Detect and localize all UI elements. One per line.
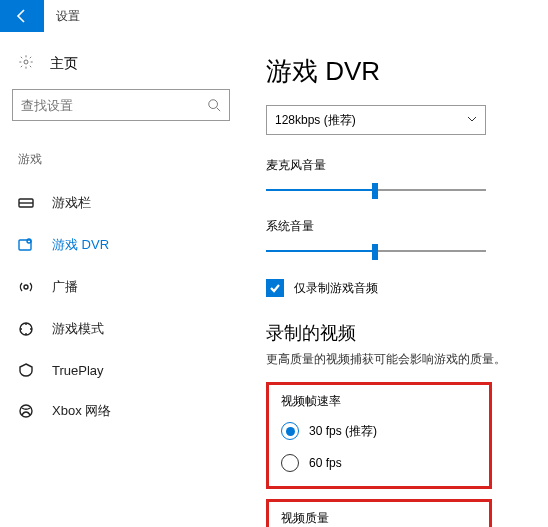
- nav-item-gamemode[interactable]: 游戏模式: [12, 308, 230, 350]
- radio-icon: [281, 454, 299, 472]
- mic-label: 麦克风音量: [266, 157, 524, 174]
- svg-point-5: [24, 285, 28, 289]
- main-content: 游戏 DVR 128kbps (推荐) 麦克风音量 系统音量 仅录制游戏音频 录…: [242, 32, 548, 527]
- dvr-icon: [18, 237, 34, 253]
- window-header: 设置: [0, 0, 548, 32]
- chevron-down-icon: [467, 113, 477, 127]
- mic-slider[interactable]: [266, 180, 486, 202]
- search-icon: [207, 98, 221, 112]
- fps-label: 视频帧速率: [281, 393, 477, 410]
- slider-thumb[interactable]: [372, 183, 378, 199]
- search-input[interactable]: [21, 98, 207, 113]
- checkbox-icon: [266, 279, 284, 297]
- fps-highlight-box: 视频帧速率 30 fps (推荐) 60 fps: [266, 382, 492, 489]
- svg-rect-3: [19, 240, 31, 250]
- nav-label: TruePlay: [52, 363, 104, 378]
- nav-list: 游戏栏 游戏 DVR 广播 游戏模式 TruePlay Xbox 网络: [12, 182, 230, 432]
- svg-point-0: [24, 60, 28, 64]
- slider-thumb[interactable]: [372, 244, 378, 260]
- svg-point-4: [27, 239, 31, 243]
- quality-label: 视频质量: [281, 510, 477, 527]
- broadcast-icon: [18, 279, 34, 295]
- slider-fill: [266, 250, 372, 252]
- nav-item-broadcast[interactable]: 广播: [12, 266, 230, 308]
- gamebar-icon: [18, 195, 34, 211]
- section-title: 录制的视频: [266, 321, 524, 345]
- header-title: 设置: [44, 8, 80, 25]
- nav-label: 游戏模式: [52, 320, 104, 338]
- back-arrow-icon: [14, 8, 30, 24]
- gear-icon: [18, 54, 34, 73]
- section-desc: 更高质量的视频捕获可能会影响游戏的质量。: [266, 351, 524, 368]
- home-link[interactable]: 主页: [12, 50, 230, 89]
- svg-point-1: [209, 100, 218, 109]
- radio-icon: [281, 422, 299, 440]
- quality-highlight-box: 视频质量 高: [266, 499, 492, 527]
- fps-option-60[interactable]: 60 fps: [281, 454, 477, 472]
- fps-option-label: 30 fps (推荐): [309, 423, 377, 440]
- bitrate-select[interactable]: 128kbps (推荐): [266, 105, 486, 135]
- search-box[interactable]: [12, 89, 230, 121]
- nav-item-trueplay[interactable]: TruePlay: [12, 350, 230, 390]
- nav-label: 游戏 DVR: [52, 236, 109, 254]
- nav-label: 游戏栏: [52, 194, 91, 212]
- nav-label: Xbox 网络: [52, 402, 111, 420]
- record-audio-only-row[interactable]: 仅录制游戏音频: [266, 279, 524, 297]
- sys-label: 系统音量: [266, 218, 524, 235]
- sidebar: 主页 游戏 游戏栏 游戏 DVR 广播 游戏模式: [0, 32, 242, 527]
- gamemode-icon: [18, 321, 34, 337]
- record-audio-only-label: 仅录制游戏音频: [294, 280, 378, 297]
- xbox-icon: [18, 403, 34, 419]
- back-button[interactable]: [0, 0, 44, 32]
- nav-item-xbox[interactable]: Xbox 网络: [12, 390, 230, 432]
- nav-item-gamebar[interactable]: 游戏栏: [12, 182, 230, 224]
- home-label: 主页: [50, 55, 78, 73]
- category-label: 游戏: [12, 145, 230, 182]
- nav-item-dvr[interactable]: 游戏 DVR: [12, 224, 230, 266]
- page-title: 游戏 DVR: [266, 54, 524, 89]
- slider-fill: [266, 189, 372, 191]
- nav-label: 广播: [52, 278, 78, 296]
- svg-point-7: [20, 405, 32, 417]
- bitrate-value: 128kbps (推荐): [275, 112, 356, 129]
- fps-option-label: 60 fps: [309, 456, 342, 470]
- sys-slider[interactable]: [266, 241, 486, 263]
- trueplay-icon: [18, 362, 34, 378]
- fps-option-30[interactable]: 30 fps (推荐): [281, 422, 477, 440]
